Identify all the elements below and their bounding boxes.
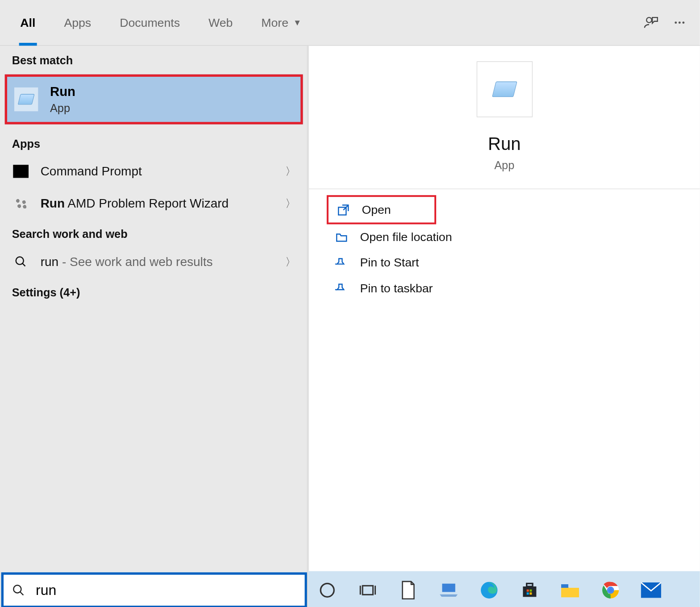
pin-icon (335, 282, 350, 295)
windows-search-panel: All Apps Documents Web More ▼ Best match… (0, 0, 700, 607)
tab-web[interactable]: Web (194, 0, 247, 45)
taskbar-libreoffice[interactable] (395, 577, 421, 603)
search-box[interactable] (1, 572, 307, 607)
search-filter-tabs: All Apps Documents Web More ▼ (0, 0, 700, 46)
result-label: Run AMD Problem Report Wizard (41, 196, 285, 211)
taskbar-mail[interactable] (638, 577, 664, 603)
result-amd-report-wizard[interactable]: Run AMD Problem Report Wizard 〉 (0, 187, 308, 220)
command-prompt-icon (12, 162, 30, 180)
preview-app-icon (476, 61, 532, 117)
run-icon (14, 87, 38, 111)
taskbar-cortana[interactable] (314, 577, 341, 603)
tab-documents[interactable]: Documents (105, 0, 194, 45)
svg-rect-19 (527, 590, 529, 592)
pin-icon (335, 256, 350, 269)
svg-rect-23 (561, 584, 568, 588)
taskbar-laptop-icon[interactable] (436, 577, 462, 603)
svg-point-1 (675, 21, 677, 24)
tab-more[interactable]: More ▼ (247, 0, 316, 45)
svg-point-27 (608, 588, 613, 593)
svg-point-2 (679, 21, 681, 24)
action-open[interactable]: Open (327, 195, 436, 224)
svg-point-6 (13, 585, 21, 593)
taskbar-store[interactable] (517, 577, 543, 603)
action-label: Pin to Start (360, 256, 419, 270)
chevron-right-icon: 〉 (285, 196, 296, 211)
svg-rect-12 (362, 586, 373, 595)
results-list: Best match Run App Apps Command Prompt 〉… (0, 46, 308, 607)
svg-point-0 (646, 17, 652, 23)
action-label: Open file location (360, 230, 452, 244)
preview-actions: Open Open file location Pin to Start (309, 189, 700, 307)
tab-web-label: Web (208, 16, 233, 29)
preview-subtitle: App (309, 159, 700, 172)
svg-point-3 (682, 21, 684, 24)
chevron-right-icon: 〉 (285, 164, 296, 179)
action-pin-to-taskbar[interactable]: Pin to taskbar (327, 275, 682, 301)
open-icon (337, 203, 352, 216)
chevron-down-icon: ▼ (293, 18, 301, 27)
svg-rect-22 (529, 592, 532, 595)
taskbar-file-explorer[interactable] (557, 577, 583, 603)
result-subtitle: App (50, 102, 75, 115)
svg-rect-18 (527, 583, 533, 586)
action-pin-to-start[interactable]: Pin to Start (327, 250, 682, 275)
result-label: Command Prompt (41, 164, 285, 179)
svg-point-11 (321, 583, 334, 597)
svg-line-7 (20, 592, 23, 595)
tab-documents-label: Documents (120, 16, 180, 29)
action-open-file-location[interactable]: Open file location (327, 225, 682, 250)
folder-icon (335, 231, 350, 244)
feedback-icon[interactable] (637, 15, 665, 30)
result-preview-pane: Run App Open Open file location (308, 46, 700, 607)
svg-point-4 (16, 257, 24, 265)
result-title: Run (50, 84, 75, 100)
svg-rect-17 (523, 586, 536, 597)
result-run-app[interactable]: Run App (5, 75, 303, 125)
svg-line-5 (22, 263, 25, 266)
svg-rect-21 (527, 592, 529, 595)
taskbar-task-view[interactable] (354, 577, 381, 603)
section-apps: Apps (0, 129, 308, 155)
chevron-right-icon: 〉 (285, 255, 296, 269)
tab-all[interactable]: All (6, 0, 50, 45)
tab-apps-label: Apps (64, 16, 91, 29)
tab-all-label: All (20, 16, 35, 29)
section-best-match: Best match (0, 46, 308, 72)
svg-rect-20 (529, 590, 532, 592)
taskbar-chrome[interactable] (597, 577, 624, 603)
tab-apps[interactable]: Apps (50, 0, 105, 45)
search-icon (12, 253, 30, 271)
more-options-icon[interactable] (665, 16, 694, 29)
action-label: Pin to taskbar (360, 282, 433, 295)
search-input[interactable] (36, 582, 296, 599)
amd-icon (12, 195, 30, 212)
result-command-prompt[interactable]: Command Prompt 〉 (0, 155, 308, 187)
svg-rect-15 (442, 584, 455, 592)
taskbar-edge[interactable] (476, 577, 502, 603)
tab-more-label: More (261, 16, 288, 29)
result-web-run[interactable]: run - See work and web results 〉 (0, 246, 308, 278)
result-label: run - See work and web results (41, 255, 285, 269)
section-settings[interactable]: Settings (4+) (0, 278, 308, 304)
taskbar (308, 571, 700, 607)
preview-title: Run (309, 134, 700, 154)
search-icon (12, 584, 25, 597)
action-label: Open (362, 203, 391, 217)
section-search-work-web: Search work and web (0, 220, 308, 246)
